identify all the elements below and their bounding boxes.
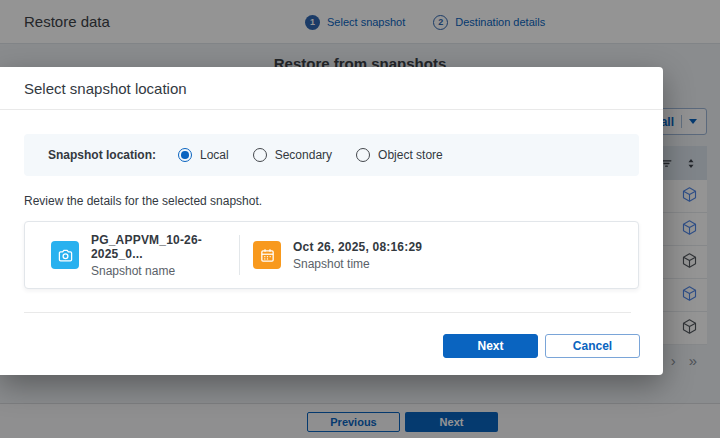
card-divider: [239, 235, 240, 275]
radio-option-secondary[interactable]: Secondary: [253, 148, 332, 162]
snapshot-time-value: Oct 26, 2025, 08:16:29: [293, 240, 422, 254]
radio-unselected-icon: [356, 148, 370, 162]
cancel-button[interactable]: Cancel: [545, 334, 640, 358]
screen: Restore data 1 Select snapshot 2 Destina…: [0, 0, 720, 438]
snapshot-time-item: Oct 26, 2025, 08:16:29 Snapshot time: [253, 240, 422, 271]
radio-label: Local: [200, 148, 229, 162]
radio-selected-icon: [178, 148, 192, 162]
radio-unselected-icon: [253, 148, 267, 162]
dialog-actions: Next Cancel: [443, 334, 640, 358]
next-button[interactable]: Next: [443, 334, 538, 358]
dialog-title: Select snapshot location: [0, 67, 663, 110]
select-snapshot-location-dialog: Select snapshot location Snapshot locati…: [0, 67, 663, 375]
dialog-header: Select snapshot location: [0, 67, 663, 110]
snapshot-location-row: Snapshot location: Local Secondary Objec…: [24, 134, 639, 176]
snapshot-name-text: PG_APPVM_10-26-2025_0... Snapshot name: [91, 233, 239, 278]
review-instruction-text: Review the details for the selected snap…: [24, 194, 639, 208]
snapshot-location-label: Snapshot location:: [48, 148, 156, 162]
snapshot-name-caption: Snapshot name: [91, 264, 239, 278]
radio-option-object-store[interactable]: Object store: [356, 148, 443, 162]
snapshot-name-item: PG_APPVM_10-26-2025_0... Snapshot name: [51, 233, 239, 278]
actions-divider: [24, 312, 631, 313]
camera-icon: [51, 241, 79, 269]
radio-label: Object store: [378, 148, 443, 162]
snapshot-time-caption: Snapshot time: [293, 257, 422, 271]
radio-option-local[interactable]: Local: [178, 148, 229, 162]
snapshot-time-text: Oct 26, 2025, 08:16:29 Snapshot time: [293, 240, 422, 271]
calendar-icon: [253, 241, 281, 269]
snapshot-details-card: PG_APPVM_10-26-2025_0... Snapshot name O…: [24, 221, 639, 289]
dialog-body: Snapshot location: Local Secondary Objec…: [0, 110, 663, 313]
snapshot-name-value: PG_APPVM_10-26-2025_0...: [91, 233, 239, 261]
radio-label: Secondary: [275, 148, 332, 162]
